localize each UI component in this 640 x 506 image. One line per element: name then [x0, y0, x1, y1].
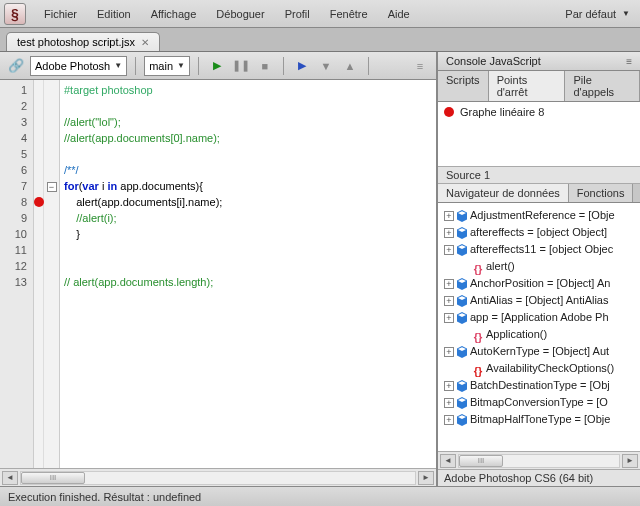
expand-icon[interactable]: +	[444, 347, 454, 357]
debug-tab[interactable]: Pile d'appels	[565, 71, 640, 101]
tree-label: BatchDestinationType = [Obj	[470, 377, 610, 394]
expand-icon[interactable]: +	[444, 415, 454, 425]
tree-label: alert()	[486, 258, 515, 275]
tree-label: AdjustmentReference = [Obje	[470, 207, 615, 224]
object-icon	[456, 227, 468, 239]
tree-row[interactable]: +AutoKernType = [Object] Aut	[444, 343, 634, 360]
target-fn-label: main	[149, 60, 173, 72]
expand-icon[interactable]: +	[444, 245, 454, 255]
chevron-down-icon: ▼	[622, 9, 630, 18]
debug-tab[interactable]: Scripts	[438, 71, 489, 101]
code-editor[interactable]: 12345678910111213 − #target photoshop //…	[0, 80, 436, 468]
databrowser-tab[interactable]: Navigateur de données	[438, 184, 569, 202]
source-label: Source 1	[438, 166, 640, 184]
tree-label: app = [Application Adobe Ph	[470, 309, 609, 326]
fold-toggle[interactable]: −	[47, 182, 57, 192]
breakpoint-dot[interactable]	[34, 197, 44, 207]
scroll-thumb[interactable]: III	[459, 455, 503, 467]
tree-label: Application()	[486, 326, 547, 343]
tree-row[interactable]: +app = [Application Adobe Ph	[444, 309, 634, 326]
tree-label: AnchorPosition = [Object] An	[470, 275, 610, 292]
tree-label: AutoKernType = [Object] Aut	[470, 343, 609, 360]
panel-menu-icon[interactable]: ≡	[626, 56, 632, 67]
profile-label: Par défaut	[565, 8, 616, 20]
menu-item[interactable]: Profil	[275, 8, 320, 20]
tree-label: aftereffects = [object Object]	[470, 224, 607, 241]
breakpoint-item[interactable]: Graphe linéaire 8	[444, 106, 634, 118]
tree-row[interactable]: {}AvailabilityCheckOptions()	[444, 360, 634, 377]
separator	[368, 57, 369, 75]
step-over-button[interactable]: ▼	[316, 56, 336, 76]
tree-row[interactable]: {}alert()	[444, 258, 634, 275]
expand-icon[interactable]: +	[444, 381, 454, 391]
expand-icon[interactable]: +	[444, 296, 454, 306]
tree-row[interactable]: +AnchorPosition = [Object] An	[444, 275, 634, 292]
scroll-right-arrow[interactable]: ►	[622, 454, 638, 468]
scroll-left-arrow[interactable]: ◄	[440, 454, 456, 468]
profile-dropdown[interactable]: Par défaut ▼	[565, 8, 636, 20]
horizontal-scrollbar[interactable]: ◄ III ►	[438, 451, 640, 469]
console-panel-title: Console JavaScript ≡	[438, 52, 640, 71]
tree-row[interactable]: +aftereffects11 = [object Objec	[444, 241, 634, 258]
target-app-select[interactable]: Adobe Photosh ▼	[30, 56, 127, 76]
function-icon: {}	[472, 329, 484, 341]
tree-row[interactable]: +BitmapConversionType = [O	[444, 394, 634, 411]
databrowser-tab[interactable]: Fonctions	[569, 184, 634, 202]
tree-label: BitmapConversionType = [O	[470, 394, 608, 411]
menu-item[interactable]: Affichage	[141, 8, 207, 20]
tree-row[interactable]: {}Application()	[444, 326, 634, 343]
tree-row[interactable]: +AdjustmentReference = [Obje	[444, 207, 634, 224]
fold-gutter[interactable]: −	[44, 80, 60, 468]
line-number-gutter: 12345678910111213	[0, 80, 34, 468]
close-icon[interactable]: ✕	[141, 37, 149, 48]
expand-icon[interactable]: +	[444, 279, 454, 289]
menu-item[interactable]: Fichier	[34, 8, 87, 20]
menu-item[interactable]: Edition	[87, 8, 141, 20]
object-icon	[456, 414, 468, 426]
scroll-track[interactable]: III	[20, 471, 416, 485]
tree-row[interactable]: +aftereffects = [object Object]	[444, 224, 634, 241]
menu-item[interactable]: Déboguer	[206, 8, 274, 20]
step-out-button[interactable]: ▲	[340, 56, 360, 76]
debug-tabs: ScriptsPoints d'arrêtPile d'appels	[438, 71, 640, 102]
chevron-down-icon: ▼	[177, 61, 185, 70]
debug-run-button[interactable]: ▶	[292, 56, 312, 76]
file-tab[interactable]: test photoshop script.jsx ✕	[6, 32, 160, 51]
scroll-right-arrow[interactable]: ►	[418, 471, 434, 485]
debug-tab[interactable]: Points d'arrêt	[489, 71, 566, 101]
console-title-label: Console JavaScript	[446, 55, 541, 67]
scroll-track[interactable]: III	[458, 454, 620, 468]
horizontal-scrollbar[interactable]: ◄ III ►	[0, 468, 436, 486]
editor-pane: 🔗 Adobe Photosh ▼ main ▼ ▶ ❚❚ ■ ▶ ▼ ▲ ≡ …	[0, 52, 438, 486]
pause-button[interactable]: ❚❚	[231, 56, 251, 76]
tree-label: AvailabilityCheckOptions()	[486, 360, 614, 377]
run-button[interactable]: ▶	[207, 56, 227, 76]
object-icon	[456, 278, 468, 290]
target-fn-select[interactable]: main ▼	[144, 56, 190, 76]
chevron-down-icon: ▼	[114, 61, 122, 70]
menu-item[interactable]: Aide	[378, 8, 420, 20]
code-area[interactable]: #target photoshop //alert("lol");//alert…	[60, 80, 436, 468]
object-tree[interactable]: +AdjustmentReference = [Obje+aftereffect…	[444, 207, 634, 447]
tree-label: aftereffects11 = [object Objec	[470, 241, 613, 258]
expand-icon[interactable]: +	[444, 211, 454, 221]
tree-row[interactable]: +BatchDestinationType = [Obj	[444, 377, 634, 394]
function-icon: {}	[472, 363, 484, 375]
right-footer: Adobe Photoshop CS6 (64 bit)	[438, 469, 640, 486]
scroll-left-arrow[interactable]: ◄	[2, 471, 18, 485]
expand-icon[interactable]: +	[444, 398, 454, 408]
tree-row[interactable]: +BitmapHalfToneType = [Obje	[444, 411, 634, 428]
object-icon	[456, 397, 468, 409]
expand-icon[interactable]: +	[444, 228, 454, 238]
stop-button[interactable]: ■	[255, 56, 275, 76]
menu-item[interactable]: Fenêtre	[320, 8, 378, 20]
breakpoint-gutter[interactable]	[34, 80, 44, 468]
file-tab-label: test photoshop script.jsx	[17, 36, 135, 48]
scroll-thumb[interactable]: III	[21, 472, 85, 484]
tree-row[interactable]: +AntiAlias = [Object] AntiAlias	[444, 292, 634, 309]
link-icon[interactable]: 🔗	[6, 56, 26, 76]
expand-icon[interactable]: +	[444, 313, 454, 323]
panel-menu-icon[interactable]: ≡	[410, 56, 430, 76]
breakpoints-panel: Graphe linéaire 8	[438, 102, 640, 166]
side-panels: Console JavaScript ≡ ScriptsPoints d'arr…	[438, 52, 640, 486]
